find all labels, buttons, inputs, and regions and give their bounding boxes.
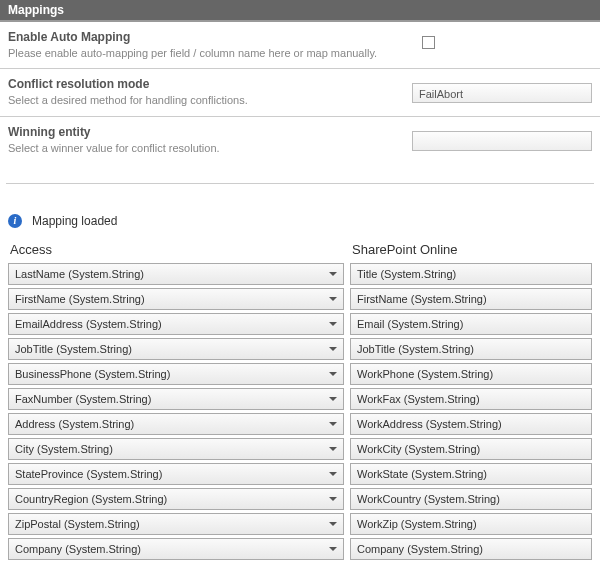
mapping-row: Email (System.String)	[350, 313, 592, 335]
sharepoint-header: SharePoint Online	[350, 242, 592, 257]
setting-winning-entity: Winning entity Select a winner value for…	[0, 117, 600, 163]
setting-conflict-mode: Conflict resolution mode Select a desire…	[0, 69, 600, 116]
mapping-row: EmailAddress (System.String)	[8, 313, 344, 335]
setting-title: Winning entity	[8, 125, 412, 139]
auto-mapping-checkbox[interactable]	[422, 36, 435, 49]
setting-control	[412, 125, 592, 151]
mapping-columns: Access LastName (System.String)FirstName…	[0, 242, 600, 563]
status-row: i Mapping loaded	[0, 184, 600, 242]
sharepoint-field: WorkZip (System.String)	[350, 513, 592, 535]
sharepoint-list: Title (System.String)FirstName (System.S…	[350, 263, 592, 563]
mapping-row: FaxNumber (System.String)	[8, 388, 344, 410]
sharepoint-column: SharePoint Online Title (System.String)F…	[350, 242, 592, 563]
setting-title: Enable Auto Mapping	[8, 30, 412, 44]
setting-text: Conflict resolution mode Select a desire…	[8, 77, 412, 107]
sharepoint-field: WorkAddress (System.String)	[350, 413, 592, 435]
sharepoint-field: WorkFax (System.String)	[350, 388, 592, 410]
setting-desc: Select a desired method for handling con…	[8, 93, 412, 107]
mapping-row: City (System.String)	[8, 438, 344, 460]
mapping-row: WorkZip (System.String)	[350, 513, 592, 535]
mapping-row: WorkFax (System.String)	[350, 388, 592, 410]
access-field-select[interactable]: BusinessPhone (System.String)	[8, 363, 344, 385]
setting-title: Conflict resolution mode	[8, 77, 412, 91]
setting-text: Enable Auto Mapping Please enable auto-m…	[8, 30, 412, 60]
mapping-row: WorkAddress (System.String)	[350, 413, 592, 435]
mapping-row: ZipPostal (System.String)	[8, 513, 344, 535]
status-text: Mapping loaded	[32, 214, 117, 228]
access-field-select[interactable]: FaxNumber (System.String)	[8, 388, 344, 410]
conflict-mode-dropdown[interactable]: FailAbort	[412, 83, 592, 103]
mapping-row: LastName (System.String)	[8, 263, 344, 285]
setting-desc: Select a winner value for conflict resol…	[8, 141, 412, 155]
access-list: LastName (System.String)FirstName (Syste…	[8, 263, 344, 563]
access-field-select[interactable]: JobTitle (System.String)	[8, 338, 344, 360]
mapping-row: FirstName (System.String)	[350, 288, 592, 310]
access-field-select[interactable]: FirstName (System.String)	[8, 288, 344, 310]
mapping-row: WorkPhone (System.String)	[350, 363, 592, 385]
setting-desc: Please enable auto-mapping per field / c…	[8, 46, 412, 60]
mapping-row: StateProvince (System.String)	[8, 463, 344, 485]
mapping-row: Company (System.String)	[350, 538, 592, 560]
panel-title: Mappings	[8, 3, 64, 17]
info-icon: i	[8, 214, 22, 228]
setting-control: FailAbort	[412, 77, 592, 103]
mapping-row: Address (System.String)	[8, 413, 344, 435]
mapping-row: JobTitle (System.String)	[350, 338, 592, 360]
access-field-select[interactable]: EmailAddress (System.String)	[8, 313, 344, 335]
sharepoint-field: WorkPhone (System.String)	[350, 363, 592, 385]
mapping-row: WorkCity (System.String)	[350, 438, 592, 460]
access-field-select[interactable]: Address (System.String)	[8, 413, 344, 435]
winning-entity-dropdown[interactable]	[412, 131, 592, 151]
access-column: Access LastName (System.String)FirstName…	[8, 242, 344, 563]
setting-control	[412, 30, 592, 52]
sharepoint-field: WorkCountry (System.String)	[350, 488, 592, 510]
sharepoint-field: Email (System.String)	[350, 313, 592, 335]
mapping-row: BusinessPhone (System.String)	[8, 363, 344, 385]
sharepoint-field: Company (System.String)	[350, 538, 592, 560]
sharepoint-field: JobTitle (System.String)	[350, 338, 592, 360]
access-header: Access	[8, 242, 344, 257]
sharepoint-field: WorkState (System.String)	[350, 463, 592, 485]
panel-header: Mappings	[0, 0, 600, 22]
setting-text: Winning entity Select a winner value for…	[8, 125, 412, 155]
sharepoint-field: WorkCity (System.String)	[350, 438, 592, 460]
mapping-row: Company (System.String)	[8, 538, 344, 560]
access-field-select[interactable]: CountryRegion (System.String)	[8, 488, 344, 510]
access-field-select[interactable]: ZipPostal (System.String)	[8, 513, 344, 535]
access-field-select[interactable]: City (System.String)	[8, 438, 344, 460]
mapping-row: JobTitle (System.String)	[8, 338, 344, 360]
access-field-select[interactable]: Company (System.String)	[8, 538, 344, 560]
mapping-row: Title (System.String)	[350, 263, 592, 285]
mapping-row: WorkState (System.String)	[350, 463, 592, 485]
access-field-select[interactable]: LastName (System.String)	[8, 263, 344, 285]
mapping-row: WorkCountry (System.String)	[350, 488, 592, 510]
access-field-select[interactable]: StateProvince (System.String)	[8, 463, 344, 485]
sharepoint-field: FirstName (System.String)	[350, 288, 592, 310]
mapping-row: CountryRegion (System.String)	[8, 488, 344, 510]
mapping-row: FirstName (System.String)	[8, 288, 344, 310]
sharepoint-field: Title (System.String)	[350, 263, 592, 285]
setting-auto-mapping: Enable Auto Mapping Please enable auto-m…	[0, 22, 600, 69]
